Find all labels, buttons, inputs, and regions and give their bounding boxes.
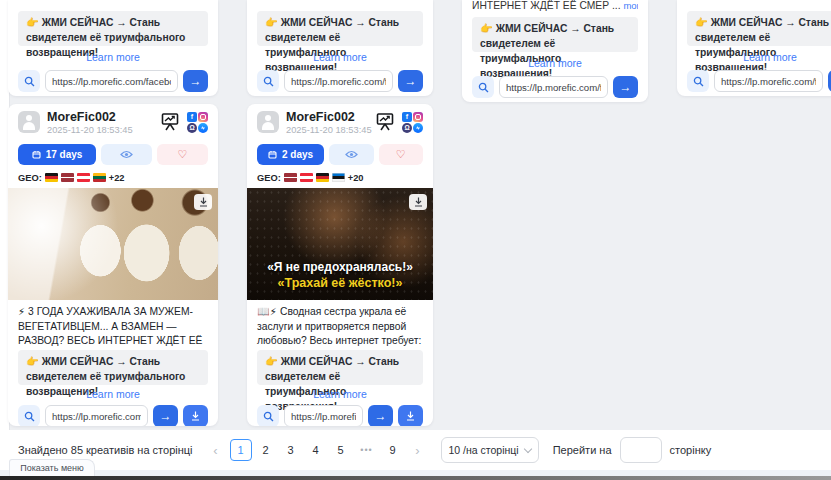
creative-image[interactable] — [8, 188, 218, 300]
messenger-icon — [413, 123, 423, 133]
de-flag-icon — [45, 173, 58, 182]
at-flag-icon — [77, 173, 90, 182]
creative-card-partial: ИНТЕРНЕТ ЖДЁТ ЕЁ СМЕР ... more 👉 ЖМИ СЕЙ… — [462, 0, 648, 102]
landing-url-row: → — [18, 405, 208, 426]
page-button-2[interactable]: 2 — [255, 439, 277, 461]
platform-badges: f Ω — [187, 112, 208, 133]
creative-image[interactable]: «Я не предохранялась!» «Трахай её жёстко… — [247, 188, 433, 300]
heart-icon: ♡ — [396, 149, 406, 160]
geo-row: GEO: +22 — [8, 172, 218, 183]
ad-body-text: 📖⚡ Сводная сестра украла её заслуги и пр… — [247, 300, 433, 346]
audience-network-icon: Ω — [187, 123, 197, 133]
open-url-button[interactable]: → — [368, 405, 393, 426]
views-button[interactable] — [101, 144, 152, 165]
geo-more-count[interactable]: +22 — [109, 173, 125, 183]
landing-url-input[interactable] — [499, 76, 608, 98]
ad-body-text: ⚡ 3 ГОДА УХАЖИВАЛА ЗА МУЖЕМ-ВЕГЕТАТИВЦЕМ… — [8, 300, 218, 346]
instagram-icon — [198, 112, 208, 122]
page-button-3[interactable]: 3 — [280, 439, 302, 461]
de-flag-icon — [316, 173, 329, 182]
download-image-button[interactable] — [194, 194, 212, 210]
creative-card-partial: 👉 ЖМИ СЕЙЧАС → Стань свидетелем её триум… — [8, 0, 218, 96]
ad-quote-box: 👉 ЖМИ СЕЙЧАС → Стань свидетелем её триум… — [257, 11, 423, 46]
ad-quote-box: 👉 ЖМИ СЕЙЧАС → Стань свидетелем её триум… — [257, 350, 423, 385]
image-overlay-line2: «Трахай её жёстко!» — [247, 276, 433, 290]
ad-quote-box: 👉 ЖМИ СЕЙЧАС → Стань свидетелем её триум… — [472, 17, 638, 52]
geo-flags — [45, 173, 106, 182]
geo-flags — [284, 173, 345, 182]
lt-flag-icon — [93, 173, 106, 182]
next-page-button[interactable]: › — [407, 439, 429, 461]
search-icon[interactable] — [257, 70, 279, 92]
search-icon[interactable] — [18, 70, 40, 92]
page-button-9[interactable]: 9 — [382, 439, 404, 461]
lv-flag-icon — [61, 173, 74, 182]
landing-url-input[interactable] — [714, 70, 823, 92]
arrow-right-icon: → — [160, 410, 172, 422]
ad-quote-box: 👉 ЖМИ СЕЙЧАС → Стань свидетелем её триум… — [18, 350, 208, 385]
presentation-chart-icon — [374, 112, 396, 132]
calendar-icon — [268, 150, 277, 159]
landing-url-input[interactable] — [45, 405, 148, 426]
pager: ‹ 1 2 3 4 5 ••• 9 › — [205, 438, 429, 462]
goto-page-input[interactable] — [620, 437, 662, 463]
creative-card: MoreFic002 2025-11-20 18:53:45 f Ω 2 day… — [247, 104, 433, 426]
open-url-button[interactable]: → — [398, 70, 423, 92]
page-button-5[interactable]: 5 — [330, 439, 352, 461]
clipped-body-text: ИНТЕРНЕТ ЖДЁТ ЕЁ СМЕР ... more — [472, 0, 638, 11]
active-days-button[interactable]: 17 days — [18, 144, 96, 165]
favorite-button[interactable]: ♡ — [379, 144, 423, 165]
show-menu-button[interactable]: Показать меню — [9, 459, 95, 476]
platform-badges: f Ω — [402, 112, 423, 133]
ad-quote-box: 👉 ЖМИ СЕЙЧАС → Стань свидетелем её триум… — [18, 11, 208, 46]
arrow-right-icon: → — [405, 75, 417, 87]
download-creative-button[interactable] — [183, 405, 208, 426]
goto-page-label: Перейти на — [553, 444, 612, 456]
download-icon — [414, 197, 423, 207]
arrow-right-icon: → — [375, 410, 387, 422]
landing-url-input[interactable] — [284, 70, 393, 92]
open-url-button[interactable]: → — [183, 70, 208, 92]
download-icon — [199, 197, 208, 207]
geo-label: GEO: — [257, 173, 281, 183]
at-flag-icon — [300, 173, 313, 182]
per-page-select[interactable]: 10 /на сторінці — [441, 437, 539, 463]
search-icon[interactable] — [687, 70, 709, 92]
creative-card: MoreFic002 2025-11-20 18:53:45 f Ω 17 da… — [8, 104, 218, 426]
geo-more-count[interactable]: +20 — [348, 173, 364, 183]
card-header: MoreFic002 2025-11-20 18:53:45 f Ω — [8, 104, 218, 137]
eye-icon — [120, 150, 133, 159]
card-header: MoreFic002 2025-11-20 18:53:45 f Ω — [247, 104, 433, 137]
lv-flag-icon — [284, 173, 297, 182]
chevron-down-icon — [523, 444, 531, 452]
open-url-button[interactable]: → — [153, 405, 178, 426]
results-summary: Знайдено 85 креативів на сторінці — [18, 444, 193, 456]
download-creative-button[interactable] — [398, 405, 423, 426]
arrow-right-icon: → — [190, 75, 202, 87]
active-days-button[interactable]: 2 days — [257, 144, 324, 165]
page-button-4[interactable]: 4 — [305, 439, 327, 461]
more-link[interactable]: more — [623, 0, 638, 11]
favorite-button[interactable]: ♡ — [157, 144, 208, 165]
arrow-right-icon: → — [620, 81, 632, 93]
creative-card-partial: 👉 ЖМИ СЕЙЧАС → Стань свидетелем её триум… — [677, 0, 831, 96]
pages-ellipsis[interactable]: ••• — [355, 438, 379, 462]
open-url-button[interactable]: → — [613, 76, 638, 98]
prev-page-button[interactable]: ‹ — [205, 439, 227, 461]
search-icon[interactable] — [472, 76, 494, 98]
avatar — [18, 111, 40, 133]
download-image-button[interactable] — [409, 194, 427, 210]
search-icon[interactable] — [257, 405, 279, 426]
views-button[interactable] — [329, 144, 373, 165]
search-icon[interactable] — [18, 405, 40, 426]
profile-name: MoreFic002 — [286, 111, 374, 124]
presentation-chart-icon — [159, 112, 181, 132]
audience-network-icon: Ω — [402, 123, 412, 133]
page-button-1[interactable]: 1 — [230, 439, 252, 461]
pagination-bar: Знайдено 85 креативів на сторінці ‹ 1 2 … — [0, 430, 831, 470]
landing-url-row: → — [687, 70, 831, 92]
calendar-icon — [32, 150, 41, 159]
landing-url-input[interactable] — [284, 405, 363, 426]
instagram-icon — [413, 112, 423, 122]
landing-url-input[interactable] — [45, 70, 178, 92]
